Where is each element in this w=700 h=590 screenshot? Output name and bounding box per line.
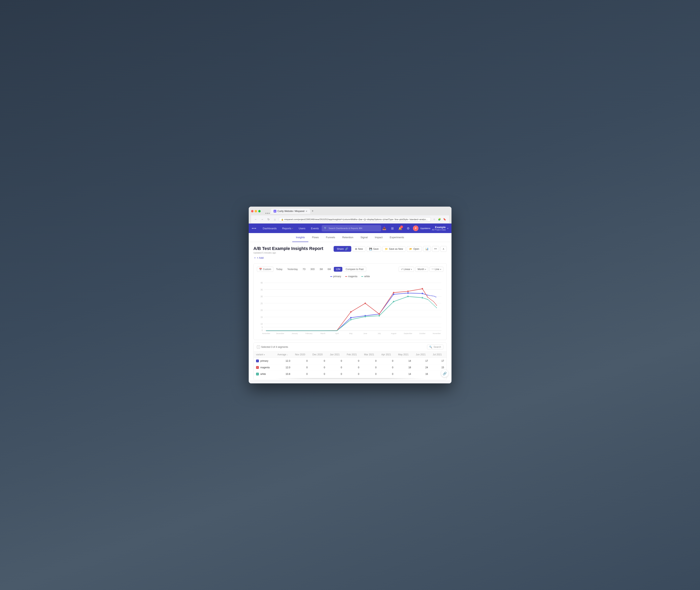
cell-may2021-white: 14 bbox=[396, 371, 413, 377]
nav-users[interactable]: Users bbox=[296, 223, 308, 233]
more-button[interactable]: ••• bbox=[432, 246, 439, 252]
legend-dot-magenta bbox=[345, 276, 347, 277]
extension-icon[interactable]: 🧩 bbox=[437, 217, 441, 221]
search-icon: 🔍 bbox=[429, 346, 432, 349]
home-button[interactable]: ⌂ bbox=[273, 217, 277, 222]
lock-icon: 🔒 bbox=[281, 218, 284, 220]
legend-dot-primary bbox=[330, 276, 332, 277]
back-button[interactable]: ← bbox=[254, 217, 258, 222]
cell-avg-primary: 12.3 bbox=[275, 358, 293, 364]
link-icon: 🔗 bbox=[345, 248, 348, 251]
col-header-apr2021[interactable]: Apr 2021 bbox=[379, 352, 396, 358]
project-selector[interactable]: Example All Project Data bbox=[432, 226, 446, 231]
browser-tab-active[interactable]: M Curity Website / Mixpanel ✕ bbox=[271, 209, 310, 214]
col-header-mar2021[interactable]: Mar 2021 bbox=[362, 352, 379, 358]
forward-button[interactable]: → bbox=[260, 217, 265, 222]
custom-time-button[interactable]: 📅 Custom bbox=[257, 267, 273, 272]
svg-text:November: November bbox=[262, 332, 270, 334]
collapse-button[interactable]: ∧ bbox=[440, 246, 447, 252]
3m-button[interactable]: 3M bbox=[317, 267, 325, 272]
new-button[interactable]: ⊞ New bbox=[353, 246, 366, 252]
svg-text:35: 35 bbox=[261, 289, 263, 291]
horizontal-scrollbar[interactable] bbox=[256, 378, 444, 379]
col-header-feb2021[interactable]: Feb 2021 bbox=[344, 352, 362, 358]
nav-reports[interactable]: Reports ▾ bbox=[280, 223, 296, 233]
tab-funnels[interactable]: Funnels bbox=[322, 233, 338, 242]
6m-button[interactable]: 6M bbox=[326, 267, 333, 272]
star-icon[interactable]: ☆ bbox=[432, 217, 436, 221]
browser-window: M Curity Website / Mixpanel ✕ + ← → ↻ ⌂ … bbox=[249, 207, 452, 383]
tab-close-button[interactable]: ✕ bbox=[306, 210, 307, 213]
collapse-icon: ∧ bbox=[442, 248, 444, 251]
cell-dec2020-magenta: 0 bbox=[310, 364, 327, 371]
svg-text:5: 5 bbox=[262, 326, 263, 329]
compare-to-past-button[interactable]: Compare to Past bbox=[343, 267, 366, 272]
yesterday-button[interactable]: Yesterday bbox=[285, 267, 300, 272]
col-header-variant[interactable]: variant ▾ bbox=[254, 352, 275, 358]
add-button[interactable]: + + Add bbox=[254, 255, 447, 261]
legend-magenta: magenta bbox=[345, 275, 358, 278]
7d-button[interactable]: 7D bbox=[301, 267, 308, 272]
today-button[interactable]: Today bbox=[274, 267, 285, 272]
save-as-new-button[interactable]: 📁 Save as New bbox=[382, 246, 406, 252]
tab-signal[interactable]: Signal bbox=[357, 233, 371, 242]
col-header-dec2020[interactable]: Dec 2020 bbox=[310, 352, 327, 358]
checkbox-primary[interactable]: ✓ bbox=[256, 360, 259, 362]
table-row: ✓ white 10.8 0 0 0 0 0 bbox=[254, 371, 446, 377]
nav-search[interactable]: 🔍 Search Dashboards & Reports ⌘K bbox=[322, 225, 381, 231]
tab-impact[interactable]: Impact bbox=[371, 233, 386, 242]
address-input[interactable]: 🔒 mixpanel.com/project/2365348/view/2910… bbox=[279, 217, 431, 221]
chart-right-controls: ↗ Linear ▾ Month ▾ 〰 Line ▾ bbox=[399, 267, 443, 272]
save-button[interactable]: 💾 Save bbox=[367, 246, 381, 252]
line-chart-icon: 〰 bbox=[432, 268, 434, 271]
minimize-button[interactable] bbox=[255, 210, 257, 212]
svg-point-48 bbox=[422, 297, 423, 299]
line-chart-svg: 40 35 30 25 20 15 10 5 0 bbox=[257, 280, 443, 336]
notifications-button[interactable]: 🔔 2 bbox=[397, 225, 403, 231]
cell-nov2020-primary: 0 bbox=[293, 358, 310, 364]
bookmark-icon[interactable]: 🔖 bbox=[443, 217, 447, 221]
open-button[interactable]: 📂 Open bbox=[407, 246, 422, 252]
chart-type-button[interactable]: 📊 bbox=[423, 246, 431, 252]
col-header-jul2021[interactable]: Jul 2021 bbox=[430, 352, 446, 358]
link-corner-button[interactable]: 🔗 bbox=[441, 370, 448, 377]
col-header-jan2021[interactable]: Jan 2021 bbox=[327, 352, 344, 358]
share-button[interactable]: Share 🔗 bbox=[333, 246, 351, 252]
inbox-button[interactable]: 📥 bbox=[381, 225, 388, 231]
table-search[interactable]: 🔍 Search bbox=[427, 345, 443, 350]
12m-button[interactable]: 12M bbox=[334, 267, 342, 272]
update-button[interactable]: Uppdatera bbox=[420, 227, 430, 229]
new-tab-button[interactable]: + bbox=[310, 209, 315, 213]
svg-text:40: 40 bbox=[261, 282, 263, 284]
30d-button[interactable]: 30D bbox=[308, 267, 317, 272]
col-header-average[interactable]: Average ↕ bbox=[275, 352, 293, 358]
notification-badge: 2 bbox=[400, 225, 403, 228]
month-dropdown[interactable]: Month ▾ bbox=[415, 267, 428, 272]
table-header-row: variant ▾ Average ↕ Nov 2020 bbox=[254, 352, 446, 358]
col-header-nov2020[interactable]: Nov 2020 bbox=[293, 352, 310, 358]
table-scroll-container[interactable]: variant ▾ Average ↕ Nov 2020 bbox=[254, 352, 446, 377]
nav-dashboards[interactable]: Dashboards bbox=[260, 223, 280, 233]
nav-events[interactable]: Events bbox=[308, 223, 322, 233]
maximize-button[interactable] bbox=[258, 210, 261, 212]
checkbox-magenta[interactable]: ✓ bbox=[256, 366, 259, 369]
cell-variant-magenta: ✓ magenta bbox=[254, 364, 275, 371]
cell-may2021-primary: 14 bbox=[396, 358, 413, 364]
tab-retention[interactable]: Retention bbox=[338, 233, 357, 242]
checkbox-white[interactable]: ✓ bbox=[256, 373, 259, 375]
svg-point-44 bbox=[365, 316, 366, 317]
grid-button[interactable]: ⊞ bbox=[389, 225, 395, 231]
user-avatar[interactable]: P bbox=[413, 225, 418, 231]
svg-text:September: September bbox=[404, 332, 412, 334]
col-header-jun2021[interactable]: Jun 2021 bbox=[413, 352, 430, 358]
linear-dropdown[interactable]: ↗ Linear ▾ bbox=[399, 267, 414, 272]
svg-point-47 bbox=[407, 296, 409, 297]
tab-flows[interactable]: Flows bbox=[308, 233, 322, 242]
tab-insights[interactable]: Insights bbox=[292, 233, 308, 242]
col-header-may2021[interactable]: May 2021 bbox=[396, 352, 413, 358]
line-dropdown[interactable]: 〰 Line ▾ bbox=[429, 267, 443, 272]
settings-button[interactable]: ⚙ bbox=[405, 225, 411, 231]
tab-experiments[interactable]: Experiments bbox=[386, 233, 408, 242]
refresh-button[interactable]: ↻ bbox=[266, 217, 271, 222]
close-button[interactable] bbox=[251, 210, 254, 212]
